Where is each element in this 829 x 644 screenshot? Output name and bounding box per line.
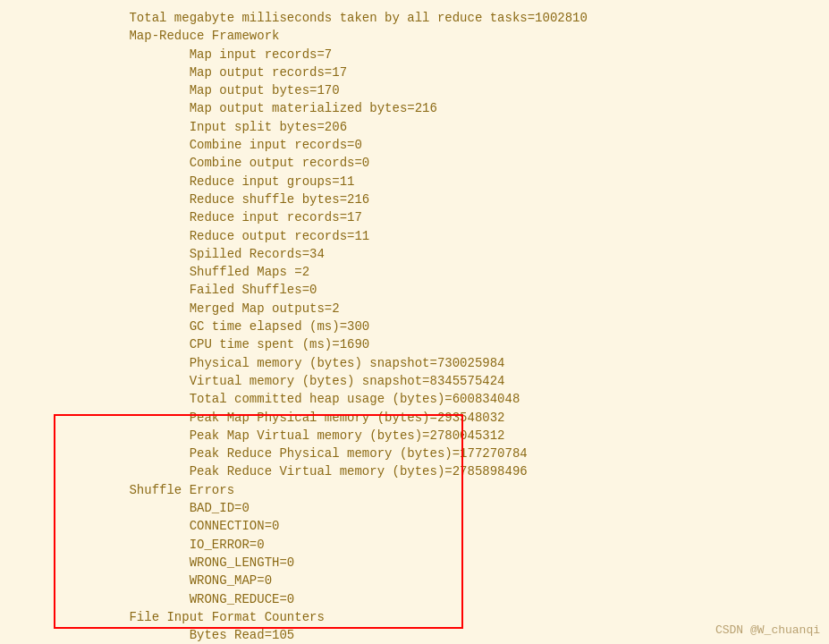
watermark: CSDN @W_chuanqi xyxy=(715,623,820,637)
terminal-line: Physical memory (bytes) snapshot=7300259… xyxy=(9,354,829,372)
terminal-line: GC time elapsed (ms)=300 xyxy=(9,318,829,335)
terminal-line: Reduce input groups=11 xyxy=(9,173,829,191)
terminal-line: File Input Format Counters xyxy=(9,608,829,626)
terminal-line: Merged Map outputs=2 xyxy=(9,300,829,318)
terminal-line: Peak Map Physical memory (bytes)=2935480… xyxy=(9,409,829,427)
terminal-line: Shuffle Errors xyxy=(9,481,829,499)
terminal-line: Combine input records=0 xyxy=(9,136,829,154)
terminal-line: Spilled Records=34 xyxy=(9,245,829,263)
terminal-line: Shuffled Maps =2 xyxy=(9,263,829,281)
terminal-line: Total megabyte milliseconds taken by all… xyxy=(9,9,829,27)
terminal-window: Total megabyte milliseconds taken by all… xyxy=(0,0,829,644)
terminal-line: Peak Reduce Physical memory (bytes)=1772… xyxy=(9,445,829,462)
terminal-line: Map output bytes=170 xyxy=(9,81,829,99)
terminal-line: Reduce shuffle bytes=216 xyxy=(9,191,829,208)
terminal-line: Bytes Read=105 xyxy=(9,626,829,644)
terminal-line: CONNECTION=0 xyxy=(9,517,829,535)
terminal-line: IO_ERROR=0 xyxy=(9,536,829,554)
terminal-line: Combine output records=0 xyxy=(9,154,829,172)
terminal-line: Reduce input records=17 xyxy=(9,208,829,226)
terminal-line: Total committed heap usage (bytes)=60083… xyxy=(9,390,829,408)
terminal-line: Map-Reduce Framework xyxy=(9,27,829,45)
terminal-line: WRONG_LENGTH=0 xyxy=(9,554,829,572)
terminal-line: Reduce output records=11 xyxy=(9,227,829,245)
terminal-line: Input split bytes=206 xyxy=(9,118,829,136)
terminal-line: Map output records=17 xyxy=(9,64,829,81)
terminal-line: Peak Reduce Virtual memory (bytes)=27858… xyxy=(9,462,829,480)
terminal-line: Failed Shuffles=0 xyxy=(9,281,829,299)
terminal-line: Virtual memory (bytes) snapshot=83455754… xyxy=(9,372,829,390)
terminal-line: Map output materialized bytes=216 xyxy=(9,99,829,117)
terminal-line: CPU time spent (ms)=1690 xyxy=(9,335,829,353)
terminal-line: Map input records=7 xyxy=(9,46,829,64)
terminal-line: BAD_ID=0 xyxy=(9,499,829,517)
terminal-line: Peak Map Virtual memory (bytes)=27800453… xyxy=(9,427,829,445)
terminal-line: WRONG_MAP=0 xyxy=(9,572,829,589)
terminal-line: WRONG_REDUCE=0 xyxy=(9,590,829,608)
